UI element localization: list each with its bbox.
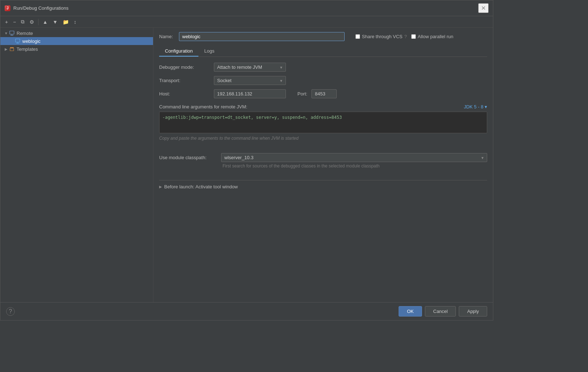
share-vcs-label: Share through VCS [362, 34, 403, 39]
sort-button[interactable]: ↕ [72, 18, 78, 26]
move-up-button[interactable]: ▲ [41, 18, 49, 26]
bottom-buttons: OK Cancel Apply [399, 306, 487, 317]
configuration-form: Debugger mode: Attach to remote JVM ▼ Tr… [159, 63, 487, 189]
cmd-header: Command line arguments for remote JVM: J… [159, 104, 487, 109]
host-label: Host: [159, 91, 210, 97]
header-options: Share through VCS ? Allow parallel run [355, 34, 453, 39]
toolbar-separator [38, 19, 39, 25]
sidebar: ▼ Remote [0, 28, 153, 302]
name-input[interactable] [179, 32, 345, 41]
remote-label: Remote [17, 31, 33, 36]
window-title: Run/Debug Configurations [13, 5, 68, 11]
toolbar: + − ⧉ ⚙ ▲ ▼ 📁 ↕ [0, 16, 493, 28]
right-panel: Name: Share through VCS ? Allow parallel… [153, 28, 493, 302]
before-launch-label: Before launch: Activate tool window [164, 184, 238, 189]
cmd-hint: Copy and paste the arguments to the comm… [159, 136, 487, 141]
weblogic-config-icon [15, 38, 21, 44]
host-input[interactable] [214, 89, 286, 98]
cancel-button[interactable]: Cancel [425, 306, 456, 317]
remote-icon [9, 30, 15, 36]
debugger-mode-row: Debugger mode: Attach to remote JVM ▼ [159, 63, 487, 72]
debugger-mode-select[interactable]: Attach to remote JVM [214, 63, 286, 72]
remove-config-button[interactable]: − [11, 18, 18, 26]
cmd-textarea[interactable]: -agentlib:jdwp=transport=dt_socket, serv… [159, 112, 487, 133]
remote-expand-arrow: ▼ [3, 30, 9, 36]
module-hint: First search for sources of the debugged… [221, 163, 487, 169]
port-input[interactable] [311, 89, 337, 98]
add-config-button[interactable]: + [3, 18, 10, 26]
tab-configuration[interactable]: Configuration [159, 46, 198, 57]
cmd-args-label: Command line arguments for remote JVM: [159, 104, 247, 109]
jdk-link[interactable]: JDK 5 - 8 ▾ [464, 104, 487, 109]
transport-label: Transport: [159, 78, 210, 83]
ok-button[interactable]: OK [399, 306, 422, 317]
transport-select[interactable]: Socket [214, 76, 286, 85]
share-vcs-group: Share through VCS ? [355, 34, 407, 39]
port-label: Port: [297, 91, 307, 97]
share-vcs-help-icon: ? [404, 34, 407, 39]
debugger-mode-label: Debugger mode: [159, 64, 210, 70]
templates-expand-arrow: ▶ [3, 46, 9, 52]
apply-button[interactable]: Apply [459, 306, 487, 317]
sidebar-item-weblogic[interactable]: weblogic [0, 37, 153, 45]
help-button[interactable]: ? [6, 307, 15, 316]
templates-icon [9, 46, 15, 52]
before-launch-header[interactable]: ▶ Before launch: Activate tool window [159, 184, 487, 189]
title-bar: J Run/Debug Configurations ✕ [0, 0, 493, 16]
templates-label: Templates [17, 46, 38, 52]
module-select[interactable]: wlserver_10.3 [221, 153, 487, 162]
folder-button[interactable]: 📁 [61, 18, 71, 26]
parallel-run-checkbox[interactable] [411, 34, 416, 39]
move-down-button[interactable]: ▼ [51, 18, 59, 26]
before-launch-arrow: ▶ [159, 185, 162, 189]
module-classpath-label: Use module classpath: [159, 155, 217, 160]
name-label: Name: [159, 34, 175, 39]
sidebar-item-templates[interactable]: ▶ Templates [0, 45, 153, 53]
cmd-section: Command line arguments for remote JVM: J… [159, 104, 487, 141]
transport-row: Transport: Socket ▼ [159, 76, 487, 85]
share-vcs-checkbox[interactable] [355, 34, 360, 39]
weblogic-expand-arrow [9, 38, 15, 44]
name-row: Name: Share through VCS ? Allow parallel… [159, 32, 487, 41]
settings-button[interactable]: ⚙ [28, 18, 36, 26]
close-button[interactable]: ✕ [478, 3, 489, 13]
tab-logs[interactable]: Logs [198, 46, 220, 57]
svg-rect-3 [15, 39, 20, 42]
debugger-mode-select-wrapper: Attach to remote JVM ▼ [214, 63, 286, 72]
svg-rect-0 [10, 31, 14, 34]
bottom-bar: ? OK Cancel Apply [0, 302, 493, 320]
parallel-run-group: Allow parallel run [411, 34, 453, 39]
app-icon: J [5, 5, 10, 11]
host-port-row: Host: Port: [159, 89, 487, 98]
before-launch-section: ▶ Before launch: Activate tool window [159, 180, 487, 189]
tabs: Configuration Logs [159, 46, 487, 57]
transport-select-wrapper: Socket ▼ [214, 76, 286, 85]
copy-config-button[interactable]: ⧉ [19, 18, 26, 26]
module-classpath-row: Use module classpath: wlserver_10.3 ▼ [159, 153, 487, 162]
parallel-run-label: Allow parallel run [418, 34, 453, 39]
module-select-wrapper: wlserver_10.3 ▼ [221, 153, 487, 162]
sidebar-item-remote[interactable]: ▼ Remote [0, 29, 153, 37]
weblogic-label: weblogic [22, 39, 41, 44]
